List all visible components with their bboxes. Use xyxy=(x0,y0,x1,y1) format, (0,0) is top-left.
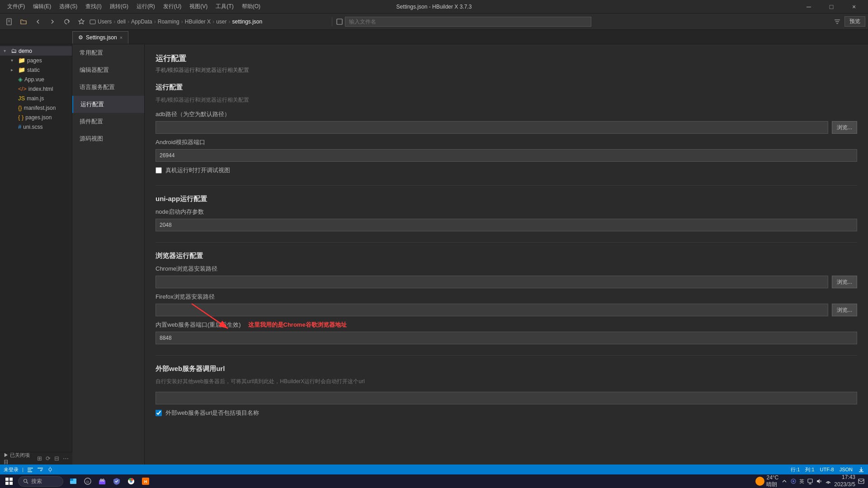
menu-item-view[interactable]: 视图(V) xyxy=(186,2,211,11)
minimize-button[interactable]: ─ xyxy=(798,0,819,14)
tree-item-static[interactable]: ▸ 📁 static xyxy=(0,65,72,75)
tree-item-mainjs[interactable]: JS main.js xyxy=(0,94,72,103)
collapse-icon[interactable]: ⊟ xyxy=(54,455,59,462)
firefox-path-input[interactable] xyxy=(156,304,828,316)
firefox-browse-button[interactable]: 浏览... xyxy=(832,304,857,316)
taskbar-app-dell[interactable]: D xyxy=(81,475,94,488)
svg-rect-4 xyxy=(90,20,95,24)
network-icon[interactable] xyxy=(825,478,831,484)
run-config-title: 运行配置 xyxy=(156,83,857,92)
external-url-input[interactable] xyxy=(156,392,857,404)
volume-icon[interactable] xyxy=(816,478,822,484)
browser-config-section: 浏览器运行配置 Chrome浏览器安装路径 浏览... Firefox浏览器安装… xyxy=(156,252,857,344)
menu-item-goto[interactable]: 跳转(G) xyxy=(106,2,132,11)
chrome-path-input[interactable] xyxy=(156,276,828,288)
include-project-checkbox[interactable] xyxy=(156,410,162,416)
titlebar-controls: ─ □ × xyxy=(798,0,864,14)
notification-icon[interactable] xyxy=(858,478,864,484)
menu-item-help[interactable]: 帮助(O) xyxy=(238,2,264,11)
up-arrow-icon[interactable] xyxy=(781,478,788,484)
vue-file-icon: ◈ xyxy=(18,76,23,83)
wrap-icon xyxy=(37,466,43,473)
android-port-input[interactable] xyxy=(156,149,857,162)
menu-item-run[interactable]: 运行(R) xyxy=(133,2,159,11)
tree-item-manifest[interactable]: {} manifest.json xyxy=(0,103,72,113)
taskbar-app-hbuilder[interactable]: H xyxy=(139,475,152,488)
taskbar-app-store[interactable] xyxy=(96,475,108,488)
page-desc: 手机/模拟器运行和浏览器运行相关配置 xyxy=(156,66,857,74)
shield-icon xyxy=(113,477,121,485)
static-folder-icon: 📁 xyxy=(18,66,25,73)
tree-arrow-static: ▸ xyxy=(11,67,16,72)
forward-button[interactable] xyxy=(46,16,59,28)
breadcrumb-hbuilderx[interactable]: HBuilder X xyxy=(185,19,211,25)
tree-item-indexhtml[interactable]: </> index.html xyxy=(0,84,72,94)
breadcrumb-appdata[interactable]: AppData xyxy=(131,19,152,25)
login-status[interactable]: 未登录 xyxy=(4,466,19,473)
display-icon[interactable] xyxy=(807,478,813,484)
language-indicator[interactable]: 英 xyxy=(799,478,804,485)
tree-label-pagesjson: pages.json xyxy=(25,114,52,121)
svg-point-15 xyxy=(49,468,52,471)
tree-item-appvue[interactable]: ◈ App.vue xyxy=(0,75,72,84)
breadcrumb-user[interactable]: user xyxy=(216,19,226,25)
taskbar-search[interactable]: 搜索 xyxy=(18,476,63,487)
new-project-icon[interactable]: ⊞ xyxy=(37,455,42,462)
menu-item-edit[interactable]: 编辑(E) xyxy=(29,2,55,11)
col-status: 列:1 xyxy=(805,466,814,473)
tab-settings[interactable]: ⚙ Settings.json × xyxy=(72,31,128,44)
nav-item-language[interactable]: 语言服务配置 xyxy=(72,79,144,96)
breadcrumb-users[interactable]: Users xyxy=(98,19,112,25)
taskbar-app-chrome[interactable] xyxy=(125,475,137,488)
taskbar-app-shield[interactable] xyxy=(110,475,123,488)
tree-item-pagesjson[interactable]: { } pages.json xyxy=(0,113,72,122)
nav-item-editor[interactable]: 编辑器配置 xyxy=(72,61,144,79)
new-file-button[interactable] xyxy=(3,16,15,28)
menu-item-select[interactable]: 选择(S) xyxy=(56,2,81,11)
nav-item-run[interactable]: 运行配置 xyxy=(72,96,144,113)
back-button[interactable] xyxy=(32,16,44,28)
weather-temp: 24°C xyxy=(766,474,778,481)
node-memory-input[interactable] xyxy=(156,219,857,231)
menu-item-publish[interactable]: 发行(U) xyxy=(160,2,185,11)
open-folder-button[interactable] xyxy=(17,16,30,28)
breadcrumb-dell[interactable]: dell xyxy=(117,19,126,25)
refresh-button[interactable] xyxy=(61,16,73,28)
filename-input[interactable] xyxy=(345,17,592,27)
menu-item-file[interactable]: 文件(F) xyxy=(4,2,28,11)
star-button[interactable] xyxy=(75,16,88,28)
webserver-port-input[interactable] xyxy=(156,332,857,344)
external-server-section: 外部web服务器调用url 自行安装好其他web服务器后，可将其url填到此处，… xyxy=(156,365,857,417)
nav-item-source[interactable]: 源码视图 xyxy=(72,130,144,147)
indent-icon xyxy=(27,466,33,473)
tab-close-button[interactable]: × xyxy=(120,35,123,40)
node-memory-label: node启动内存参数 xyxy=(156,208,857,216)
menu-item-find[interactable]: 查找(I) xyxy=(82,2,105,11)
maximize-button[interactable]: □ xyxy=(821,0,842,14)
svg-rect-11 xyxy=(28,468,33,469)
more-icon[interactable]: ⋯ xyxy=(63,455,69,462)
breadcrumb-roaming[interactable]: Roaming xyxy=(158,19,179,25)
taskbar-left: 搜索 D H xyxy=(4,475,152,488)
svg-rect-34 xyxy=(808,479,812,483)
tree-item-demo[interactable]: ▾ 🗂 demo xyxy=(0,46,72,56)
breadcrumb: Users › dell › AppData › Roaming › HBuil… xyxy=(90,19,328,25)
windows-start-button[interactable] xyxy=(4,476,14,487)
debug-view-checkbox[interactable] xyxy=(156,167,162,174)
tree-item-uniscss[interactable]: # uni.scss xyxy=(0,122,72,131)
tree-item-pages[interactable]: ▾ 📁 pages xyxy=(0,56,72,65)
taskbar-app-explorer[interactable] xyxy=(67,475,80,488)
adb-input[interactable] xyxy=(156,121,828,134)
breadcrumb-settings[interactable]: settings.json xyxy=(232,19,262,25)
vpn-icon[interactable] xyxy=(790,478,797,484)
nav-item-common[interactable]: 常用配置 xyxy=(72,44,144,61)
nav-item-plugin[interactable]: 插件配置 xyxy=(72,113,144,130)
menu-item-tools[interactable]: 工具(T) xyxy=(212,2,237,11)
pagesjson-file-icon: { } xyxy=(18,114,24,121)
sync-icon[interactable]: ⟳ xyxy=(46,455,51,462)
adb-browse-button[interactable]: 浏览... xyxy=(832,121,857,134)
close-button[interactable]: × xyxy=(844,0,864,14)
chrome-browse-button[interactable]: 浏览... xyxy=(832,276,857,288)
sidebar-bottom: ▶ 已关闭项目 ⊞ ⟳ ⊟ ⋯ xyxy=(0,452,72,465)
preview-button[interactable]: 预览 xyxy=(844,16,865,27)
